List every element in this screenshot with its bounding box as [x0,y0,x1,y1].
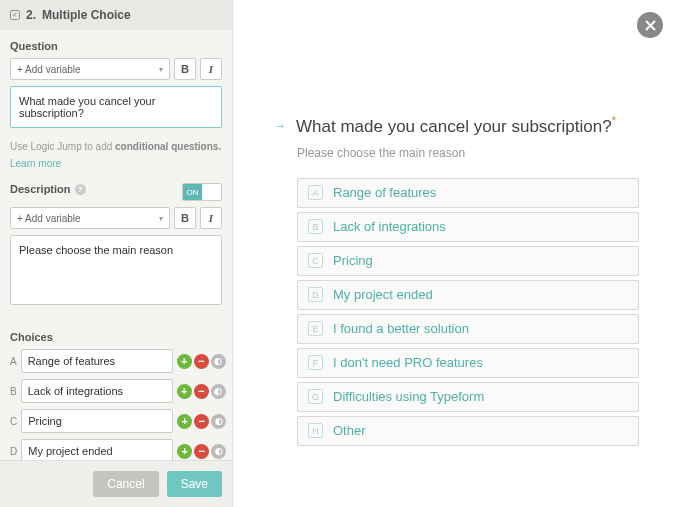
add-choice-button[interactable]: + [177,444,192,459]
help-icon[interactable]: ? [75,184,86,195]
question-type: Multiple Choice [42,8,131,22]
choice-input[interactable] [21,379,173,403]
add-choice-button[interactable]: + [177,384,192,399]
close-icon [645,20,656,31]
option-label: Pricing [333,253,373,268]
choice-image-button[interactable]: ◐ [211,354,226,369]
cancel-button[interactable]: Cancel [93,471,158,497]
option-key: A [308,185,323,200]
remove-choice-button[interactable]: − [194,444,209,459]
add-variable-dropdown-desc[interactable]: + Add variable [10,207,170,229]
add-variable-dropdown[interactable]: + Add variable [10,58,170,80]
description-toggle[interactable]: ON [182,183,222,201]
italic-button[interactable]: I [200,58,222,80]
choice-input[interactable] [21,409,173,433]
option-key: C [308,253,323,268]
remove-choice-button[interactable]: − [194,384,209,399]
choice-row: A + − ◐ [10,349,222,373]
preview-question: → What made you cancel your subscription… [273,114,639,138]
choice-image-button[interactable]: ◐ [211,384,226,399]
choice-letter: D [10,446,17,457]
question-label: Question [10,40,222,52]
option-label: Lack of integrations [333,219,446,234]
choice-row: B + − ◐ [10,379,222,403]
question-textarea[interactable] [10,86,222,128]
preview-option[interactable]: E I found a better solution [297,314,639,344]
preview-option[interactable]: H Other [297,416,639,446]
option-key: F [308,355,323,370]
add-choice-button[interactable]: + [177,414,192,429]
option-label: Other [333,423,366,438]
description-toolbar: + Add variable B I [10,207,222,229]
italic-button-desc[interactable]: I [200,207,222,229]
editor-panel: ✓ 2. Multiple Choice Question + Add vari… [0,0,233,507]
choice-row: D + − ◐ [10,439,222,460]
option-label: I don't need PRO features [333,355,483,370]
preview-option[interactable]: B Lack of integrations [297,212,639,242]
panel-header: ✓ 2. Multiple Choice [0,0,232,30]
preview-option[interactable]: F I don't need PRO features [297,348,639,378]
description-textarea[interactable] [10,235,222,305]
choice-letter: B [10,386,17,397]
choice-input[interactable] [21,439,173,460]
choice-image-button[interactable]: ◐ [211,414,226,429]
bold-button-desc[interactable]: B [174,207,196,229]
choice-row: C + − ◐ [10,409,222,433]
choice-input[interactable] [21,349,173,373]
add-choice-button[interactable]: + [177,354,192,369]
preview-panel: → What made you cancel your subscription… [233,0,675,507]
preview-option[interactable]: G Difficulties using Typeform [297,382,639,412]
choices-label: Choices [10,331,222,343]
option-label: Range of features [333,185,436,200]
logic-jump-hint: Use Logic Jump to add conditional questi… [10,140,222,154]
preview-question-title: What made you cancel your subscription?* [296,114,616,138]
description-label: Description? [10,183,86,195]
close-button[interactable] [637,12,663,38]
choice-image-button[interactable]: ◐ [211,444,226,459]
preview-option[interactable]: C Pricing [297,246,639,276]
panel-body: Question + Add variable B I Use Logic Ju… [0,30,232,460]
panel-footer: Cancel Save [0,460,232,507]
preview-options: A Range of features B Lack of integratio… [297,178,639,446]
choice-letter: C [10,416,17,427]
preview-option[interactable]: D My project ended [297,280,639,310]
question-number: 2. [26,8,36,22]
option-key: B [308,219,323,234]
check-icon: ✓ [10,10,20,20]
arrow-icon: → [273,118,286,133]
save-button[interactable]: Save [167,471,222,497]
option-key: E [308,321,323,336]
preview-option[interactable]: A Range of features [297,178,639,208]
option-key: H [308,423,323,438]
preview-description: Please choose the main reason [297,146,639,160]
option-key: G [308,389,323,404]
option-label: Difficulties using Typeform [333,389,484,404]
bold-button[interactable]: B [174,58,196,80]
required-indicator: * [612,114,617,128]
option-label: I found a better solution [333,321,469,336]
learn-more-link[interactable]: Learn more [10,158,222,169]
remove-choice-button[interactable]: − [194,354,209,369]
question-toolbar: + Add variable B I [10,58,222,80]
remove-choice-button[interactable]: − [194,414,209,429]
option-label: My project ended [333,287,433,302]
choice-letter: A [10,356,17,367]
option-key: D [308,287,323,302]
